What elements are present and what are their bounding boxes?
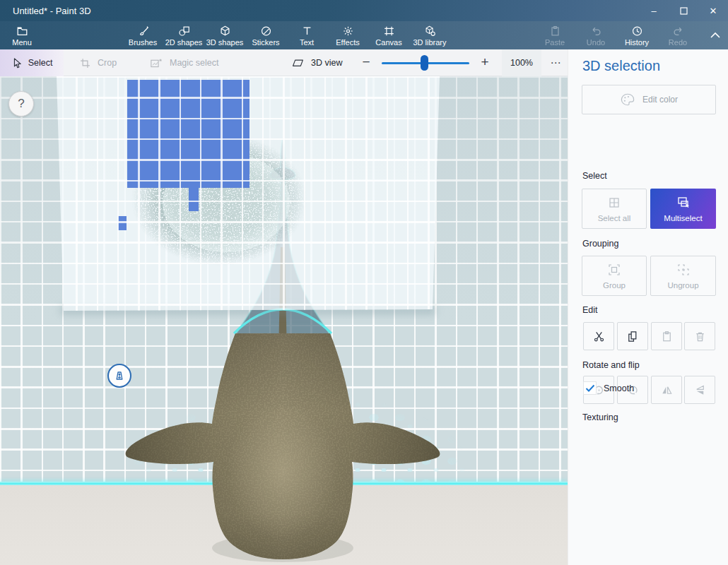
3d-canvas-viewport[interactable]: ?: [0, 76, 568, 565]
redo-button[interactable]: Redo: [657, 21, 698, 49]
minimize-button[interactable]: –: [639, 0, 669, 21]
selection-toolbar: Select Crop Magic select 3D view − + 100…: [0, 49, 568, 76]
history-button[interactable]: History: [616, 21, 657, 49]
z-depth-gizmo-icon: [112, 368, 127, 383]
more-options-button[interactable]: ⋯: [546, 49, 567, 76]
toolbar-center-group: Brushes 2D shapes 3D shapes Stickers Tex…: [122, 21, 450, 49]
stickers-button[interactable]: Stickers: [245, 21, 286, 49]
effects-icon: [341, 25, 355, 37]
3d-view-button[interactable]: 3D view: [291, 49, 342, 76]
zoom-slider-thumb[interactable]: [421, 55, 428, 71]
3d-library-button[interactable]: 3D library: [409, 21, 450, 49]
smooth-checkbox[interactable]: [583, 381, 597, 395]
brush-icon: [136, 25, 150, 37]
paste-icon: [548, 25, 562, 37]
delete-button[interactable]: [684, 322, 715, 350]
cut-icon: [592, 330, 606, 343]
trash-icon: [693, 330, 707, 343]
multiselect-button[interactable]: Multiselect: [650, 189, 716, 229]
3d-library-icon: [423, 25, 437, 37]
multiselect-icon: [676, 196, 691, 210]
chevron-up-icon: [710, 31, 721, 40]
canvas-icon: [382, 25, 396, 37]
paste-button[interactable]: Paste: [534, 21, 575, 49]
ungroup-icon: [676, 263, 691, 277]
checkmark-icon: [585, 384, 595, 393]
group-button[interactable]: Group: [582, 256, 647, 296]
edit-section-label: Edit: [582, 305, 598, 315]
flip-horizontal-icon: [660, 383, 674, 397]
stickers-icon: [259, 25, 273, 37]
panel-title: 3D selection: [582, 58, 660, 74]
blue-paint-fragment: [118, 216, 127, 230]
text-icon: [300, 25, 314, 37]
zoom-in-button[interactable]: +: [476, 54, 493, 70]
maximize-icon: [680, 7, 688, 15]
redo-icon: [671, 25, 685, 37]
brushes-button[interactable]: Brushes: [122, 21, 163, 49]
crop-button[interactable]: Crop: [79, 49, 117, 76]
grouping-section-label: Grouping: [582, 239, 618, 249]
flip-horizontal-button[interactable]: [651, 376, 682, 404]
flip-vertical-button[interactable]: [684, 376, 715, 404]
crop-icon: [79, 57, 91, 69]
zoom-level-value[interactable]: 100%: [502, 49, 541, 76]
help-button[interactable]: ?: [8, 91, 34, 117]
palette-icon: [620, 93, 635, 107]
select-tool-button[interactable]: Select: [0, 49, 64, 76]
effects-button[interactable]: Effects: [327, 21, 368, 49]
undo-icon: [589, 25, 603, 37]
history-icon: [630, 25, 644, 37]
window-title: Untitled* - Paint 3D: [13, 6, 91, 16]
paste-icon: [660, 330, 674, 343]
magic-select-icon: [150, 57, 163, 69]
collapse-ribbon-button[interactable]: [705, 25, 725, 45]
group-icon: [607, 263, 621, 277]
copy-button[interactable]: [617, 322, 648, 350]
maximize-button[interactable]: [669, 0, 698, 21]
toolbar-right-group: Paste Undo History Redo: [534, 21, 698, 49]
select-all-icon: [607, 196, 621, 210]
smooth-label: Smooth: [604, 383, 634, 393]
texturing-section-label: Texturing: [582, 412, 618, 422]
blue-paint-rectangle: [127, 80, 249, 188]
select-cursor-icon: [11, 57, 23, 69]
canvas-button[interactable]: Canvas: [368, 21, 409, 49]
menu-icon: [16, 25, 29, 37]
3d-shapes-icon: [218, 25, 232, 37]
2d-shapes-button[interactable]: 2D shapes: [163, 21, 204, 49]
select-section-label: Select: [582, 171, 607, 181]
rotate-section-label: Rotate and flip: [582, 360, 640, 370]
close-button[interactable]: ✕: [698, 0, 728, 21]
2d-shapes-icon: [177, 25, 191, 37]
paint3d-window: Untitled* - Paint 3D – ✕ Menu Brushes 2D…: [0, 0, 728, 565]
blue-paint-stroke: [189, 188, 199, 211]
magic-select-button[interactable]: Magic select: [150, 49, 218, 76]
text-button[interactable]: Text: [286, 21, 327, 49]
zoom-out-button[interactable]: −: [358, 54, 375, 70]
zoom-slider[interactable]: [382, 62, 469, 64]
window-controls: – ✕: [639, 0, 728, 21]
select-all-button[interactable]: Select all: [582, 189, 647, 229]
copy-icon: [626, 330, 640, 343]
2d-canvas-sheet[interactable]: [55, 76, 440, 311]
ungroup-button[interactable]: Ungroup: [650, 256, 716, 296]
edit-color-button[interactable]: Edit color: [582, 85, 716, 114]
3d-shapes-button[interactable]: 3D shapes: [204, 21, 245, 49]
flip-vertical-icon: [693, 383, 707, 397]
cut-button[interactable]: [583, 322, 614, 350]
3d-selection-panel: 3D selection Edit color Select Select al…: [568, 49, 728, 565]
undo-button[interactable]: Undo: [575, 21, 616, 49]
top-toolbar: Menu Brushes 2D shapes 3D shapes Sticker…: [0, 21, 728, 49]
paste-button-panel[interactable]: [651, 322, 682, 350]
titlebar: Untitled* - Paint 3D – ✕: [0, 0, 728, 21]
shark-highlight: [226, 405, 339, 539]
3d-view-icon: [291, 57, 305, 69]
menu-button[interactable]: Menu: [7, 21, 37, 49]
z-depth-gizmo-handle[interactable]: [107, 364, 131, 388]
